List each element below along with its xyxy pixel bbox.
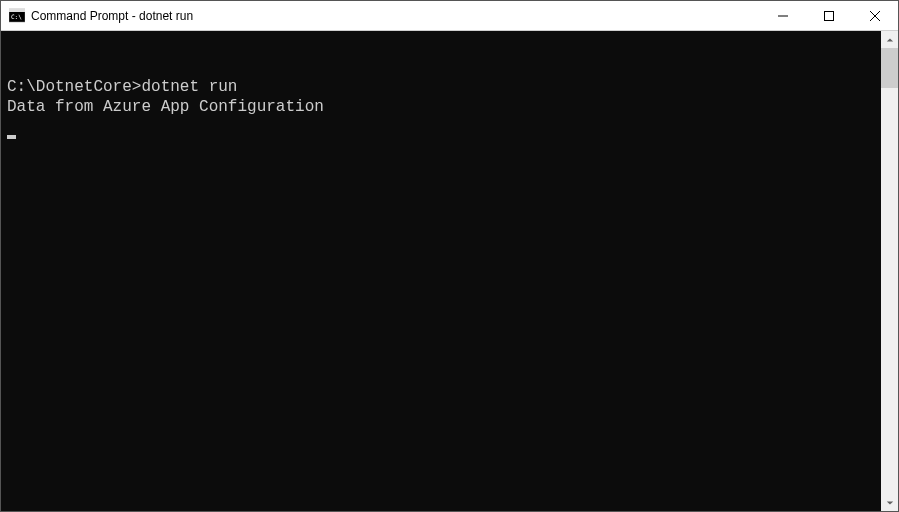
terminal-cursor-line: [7, 118, 875, 139]
terminal-output-line: Data from Azure App Configuration: [7, 97, 875, 118]
scrollbar-track[interactable]: [881, 48, 898, 494]
svg-rect-4: [825, 11, 834, 20]
maximize-button[interactable]: [806, 1, 852, 30]
svg-text:C:\: C:\: [11, 13, 22, 20]
terminal-output[interactable]: C:\DotnetCore>dotnet runData from Azure …: [1, 31, 881, 511]
terminal-prompt-line: C:\DotnetCore>dotnet run: [7, 77, 875, 98]
chevron-down-icon: [886, 499, 894, 507]
cmd-icon: C:\: [9, 8, 25, 24]
terminal-container: C:\DotnetCore>dotnet runData from Azure …: [1, 31, 898, 511]
terminal-prompt: C:\DotnetCore>: [7, 78, 141, 96]
minimize-button[interactable]: [760, 1, 806, 30]
scrollbar-thumb[interactable]: [881, 48, 898, 88]
chevron-up-icon: [886, 36, 894, 44]
scroll-up-button[interactable]: [881, 31, 898, 48]
window-titlebar[interactable]: C:\ Command Prompt - dotnet run: [1, 1, 898, 31]
terminal-blank-line: [7, 56, 875, 77]
window-title: Command Prompt - dotnet run: [31, 9, 760, 23]
close-button[interactable]: [852, 1, 898, 30]
cursor-icon: [7, 135, 16, 139]
scroll-down-button[interactable]: [881, 494, 898, 511]
svg-rect-1: [9, 9, 25, 12]
window-controls: [760, 1, 898, 30]
vertical-scrollbar[interactable]: [881, 31, 898, 511]
terminal-command: dotnet run: [141, 78, 237, 96]
